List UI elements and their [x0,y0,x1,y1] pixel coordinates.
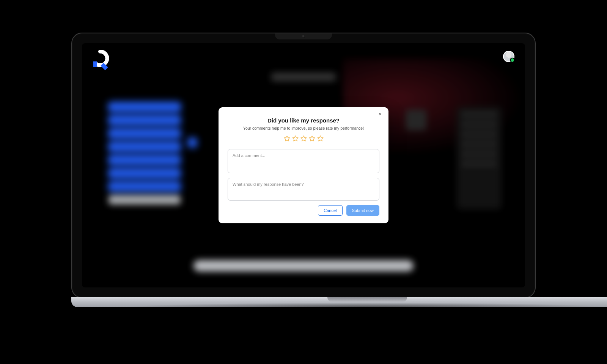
sidebar-item [109,129,181,138]
comment-field-wrap [228,149,379,173]
close-button[interactable]: × [376,110,384,118]
app-logo-icon [91,50,109,71]
sidebar-item [109,182,181,191]
star-rating[interactable] [228,135,379,144]
sidebar-item [109,155,181,165]
laptop-base [71,297,607,307]
star-icon[interactable] [300,135,307,144]
laptop-notch [275,33,332,39]
page-title-placeholder [271,73,336,81]
feedback-modal: × Did you like my response? Your comment… [219,107,388,223]
screen: × Did you like my response? Your comment… [82,43,525,287]
response-field-wrap [228,178,379,201]
svg-rect-0 [93,61,97,67]
avatar[interactable] [503,51,514,62]
toggle-chip [188,138,197,147]
app-root: × Did you like my response? Your comment… [82,43,525,287]
camera-icon [302,35,305,38]
modal-actions: Cancel Submit now [228,205,379,216]
sidebar-item [109,142,181,151]
input-bar-placeholder [193,260,414,271]
star-icon[interactable] [292,135,299,144]
submit-button[interactable]: Submit now [346,205,379,216]
card-thumb [406,110,426,130]
sidebar-item [109,169,181,178]
sidebar-item [109,195,181,204]
close-icon: × [379,111,382,117]
star-icon[interactable] [283,135,291,144]
laptop-mockup: × Did you like my response? Your comment… [71,33,536,307]
sidebar-item [109,116,181,125]
star-icon[interactable] [308,135,316,144]
modal-title: Did you like my response? [228,117,379,124]
laptop-bezel: × Did you like my response? Your comment… [71,33,536,298]
star-icon[interactable] [317,135,324,144]
right-panel [457,107,502,209]
cancel-button[interactable]: Cancel [318,205,342,216]
stage: × Did you like my response? Your comment… [0,0,607,364]
modal-subtitle: Your comments help me to improve, so ple… [228,126,379,130]
sidebar-list [109,102,181,204]
expected-response-input[interactable] [232,181,377,196]
sidebar-item [109,102,181,111]
comment-input[interactable] [232,152,377,168]
